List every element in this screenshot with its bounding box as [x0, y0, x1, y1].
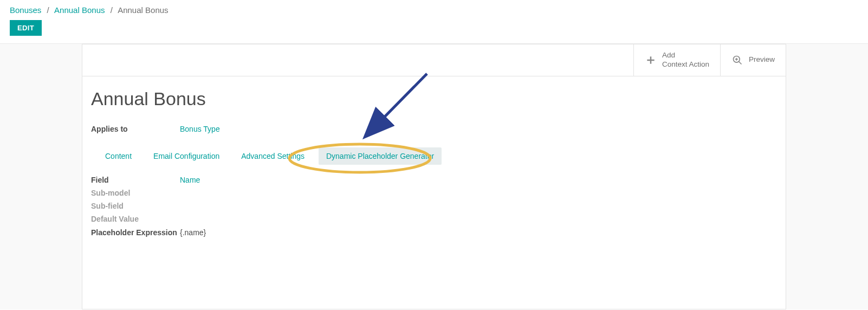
- sub-model-label: Sub-model: [91, 189, 180, 197]
- tab-content[interactable]: Content: [98, 147, 139, 165]
- breadcrumb-sep: /: [47, 5, 49, 15]
- breadcrumb-sep: /: [111, 5, 113, 15]
- zoom-in-icon: [731, 54, 743, 66]
- tab-content-body: Field Name Sub-model Sub-field Default V…: [91, 176, 777, 237]
- page-title: Annual Bonus: [91, 88, 777, 109]
- placeholder-expression-value: {.name}: [180, 228, 206, 237]
- applies-to-row: Applies to Bonus Type: [91, 125, 777, 133]
- breadcrumb-link-annual-bonus[interactable]: Annual Bonus: [54, 5, 105, 15]
- placeholder-expression-label: Placeholder Expression: [91, 228, 180, 237]
- tab-email-configuration[interactable]: Email Configuration: [146, 147, 227, 165]
- field-row-sub-field: Sub-field: [91, 202, 777, 210]
- top-bar: Bonuses / Annual Bonus / Annual Bonus ED…: [0, 0, 868, 44]
- applies-to-value[interactable]: Bonus Type: [180, 125, 220, 133]
- button-box: Add Context Action Preview: [82, 44, 786, 76]
- breadcrumb-link-bonuses[interactable]: Bonuses: [10, 5, 41, 15]
- field-value[interactable]: Name: [180, 176, 200, 184]
- field-row-sub-model: Sub-model: [91, 189, 777, 197]
- sheet-body: Annual Bonus Applies to Bonus Type Conte…: [82, 76, 786, 264]
- field-row-placeholder-expression: Placeholder Expression {.name}: [91, 228, 777, 237]
- content-area: Add Context Action Preview Annual Bonus: [0, 44, 868, 309]
- field-row-default-value: Default Value: [91, 215, 777, 223]
- field-label: Field: [91, 176, 180, 184]
- tab-advanced-settings[interactable]: Advanced Settings: [234, 147, 312, 165]
- tab-dynamic-placeholder-generator[interactable]: Dynamic Placeholder Generator: [319, 147, 442, 165]
- applies-to-label: Applies to: [91, 125, 180, 133]
- preview-button[interactable]: Preview: [720, 44, 786, 76]
- edit-button[interactable]: EDIT: [10, 20, 42, 36]
- tabs: Content Email Configuration Advanced Set…: [98, 147, 777, 165]
- sub-field-label: Sub-field: [91, 202, 180, 210]
- add-context-action-button[interactable]: Add Context Action: [633, 44, 720, 76]
- plus-icon: [645, 54, 657, 66]
- default-value-label: Default Value: [91, 215, 180, 223]
- field-row-field: Field Name: [91, 176, 777, 184]
- breadcrumb-current: Annual Bonus: [118, 5, 168, 15]
- form-sheet: Add Context Action Preview Annual Bonus: [82, 44, 786, 309]
- preview-label: Preview: [749, 55, 775, 64]
- add-context-action-label: Add Context Action: [662, 51, 709, 69]
- svg-line-3: [739, 61, 741, 64]
- breadcrumb: Bonuses / Annual Bonus / Annual Bonus: [10, 5, 858, 15]
